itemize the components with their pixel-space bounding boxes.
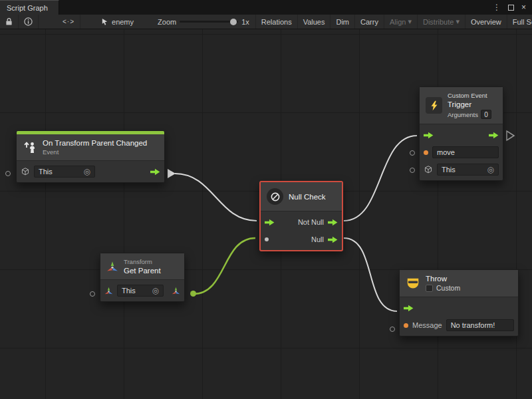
chevron-down-icon: ▾	[456, 17, 460, 26]
flow-output-port[interactable]	[328, 236, 338, 243]
graph-canvas[interactable]: On Transform Parent Changed Event This ◎	[0, 29, 532, 399]
transform-icon	[106, 261, 118, 273]
tab-bar: Script Graph ⋮ ×	[0, 0, 532, 15]
dim-button[interactable]: Dim	[330, 15, 354, 29]
wire-event-to-nullcheck	[175, 174, 257, 221]
tab-title: Script Graph	[7, 4, 48, 12]
code-view-icon: <·>	[63, 18, 74, 25]
flow-out-triangle-outline	[507, 131, 514, 140]
node-title: Trigger	[448, 100, 491, 108]
transform-output-port[interactable]	[172, 287, 180, 295]
flow-output-port[interactable]	[328, 219, 338, 226]
zoom-slider[interactable]	[180, 21, 238, 23]
this-dropdown[interactable]: This ◎	[34, 166, 95, 178]
wire-notnull-to-customevent	[344, 136, 417, 221]
this-dropdown[interactable]: This ◎	[437, 164, 499, 176]
port-circle[interactable]	[90, 291, 95, 297]
lock-icon	[5, 17, 13, 26]
carry-button[interactable]: Carry	[354, 15, 384, 29]
port-green-dot[interactable]	[190, 291, 196, 297]
node-custom-event-trigger[interactable]: Custom Event Trigger Arguments 0	[419, 86, 503, 181]
tab-script-graph[interactable]: Script Graph	[0, 0, 59, 15]
node-throw[interactable]: Throw Custom Message No transform!	[399, 269, 519, 336]
pointer-icon	[101, 18, 108, 25]
object-picker-icon[interactable]: ◎	[84, 168, 90, 176]
node-on-transform-parent-changed[interactable]: On Transform Parent Changed Event This ◎	[16, 130, 165, 183]
flow-out-triangle	[168, 169, 176, 178]
node-category: Custom Event	[448, 92, 491, 99]
object-picker-icon[interactable]: ◎	[487, 166, 494, 174]
transform-event-icon	[23, 140, 37, 155]
port-circle[interactable]	[5, 171, 11, 176]
flow-input-port[interactable]	[404, 305, 414, 312]
info-button[interactable]	[19, 15, 39, 29]
wire-null-to-throw	[344, 238, 397, 311]
flow-input-port[interactable]	[265, 219, 275, 226]
custom-label: Custom	[436, 284, 460, 292]
gameobject-cube-icon	[424, 165, 433, 174]
message-field[interactable]: No transform!	[446, 319, 514, 331]
node-title: Null Check	[289, 193, 326, 201]
gameobject-cube-icon	[21, 167, 30, 176]
zoom-label: Zoom	[158, 18, 176, 26]
distribute-dropdown[interactable]: Distribute▾	[417, 15, 465, 29]
lock-button[interactable]	[0, 15, 19, 29]
arguments-label: Arguments	[448, 111, 478, 118]
window-controls: ⋮ ×	[487, 0, 532, 15]
flow-output-port[interactable]	[489, 132, 499, 139]
lightning-bolt-icon	[429, 100, 440, 111]
overview-button[interactable]: Overview	[465, 15, 507, 29]
arguments-count-field[interactable]: 0	[481, 110, 491, 119]
node-category: Transform	[124, 258, 161, 265]
node-null-check[interactable]: Null Check Not Null Null	[259, 181, 343, 251]
script-graph-window: Script Graph ⋮ × <·> enemy Zoom 1x	[0, 0, 532, 399]
zoom-slider-handle[interactable]	[230, 19, 237, 25]
node-get-parent[interactable]: Transform Get Parent This ◎	[100, 253, 185, 302]
flow-input-port[interactable]	[424, 132, 434, 139]
graph-target[interactable]: enemy	[95, 15, 140, 29]
value-input-port[interactable]	[265, 237, 269, 241]
null-check-icon	[270, 192, 281, 202]
maximize-icon[interactable]	[508, 5, 514, 11]
null-label: Null	[311, 235, 324, 243]
fullscreen-button[interactable]: Full Screen	[507, 15, 532, 29]
info-icon	[24, 17, 33, 26]
string-input-port[interactable]	[424, 150, 428, 155]
string-input-port[interactable]	[404, 323, 408, 328]
values-button[interactable]: Values	[297, 15, 331, 29]
transform-icon	[104, 287, 113, 295]
align-dropdown[interactable]: Align▾	[384, 15, 417, 29]
zoom-value: 1x	[241, 18, 249, 26]
port-circle[interactable]	[410, 168, 415, 173]
chevron-down-icon: ▾	[408, 17, 412, 26]
port-circle[interactable]	[410, 150, 415, 156]
node-title: Throw	[426, 275, 460, 283]
node-subtitle: Event	[43, 148, 147, 156]
graph-target-label: enemy	[112, 18, 134, 26]
node-title: On Transform Parent Changed	[43, 139, 147, 147]
throw-icon	[406, 276, 420, 291]
message-label: Message	[412, 321, 442, 329]
object-picker-icon[interactable]: ◎	[152, 287, 159, 295]
wire-getparent-to-nullcheck	[194, 238, 255, 294]
zoom-control: Zoom 1x	[152, 15, 255, 29]
more-menu-icon[interactable]: ⋮	[493, 3, 501, 11]
close-icon[interactable]: ×	[521, 3, 526, 11]
node-title: Get Parent	[124, 267, 161, 275]
toolbar-buttons: Relations Values Dim Carry Align▾ Distri…	[255, 15, 532, 29]
code-preview-button[interactable]: <·>	[57, 15, 80, 29]
flow-output-port[interactable]	[150, 168, 160, 176]
not-null-label: Not Null	[298, 218, 324, 226]
this-dropdown[interactable]: This ◎	[117, 285, 164, 297]
graph-toolbar: <·> enemy Zoom 1x Relations Values Dim C…	[0, 15, 532, 29]
relations-button[interactable]: Relations	[255, 15, 297, 29]
port-circle[interactable]	[390, 327, 395, 332]
event-name-field[interactable]: move	[432, 146, 499, 158]
custom-checkbox[interactable]	[426, 285, 433, 292]
